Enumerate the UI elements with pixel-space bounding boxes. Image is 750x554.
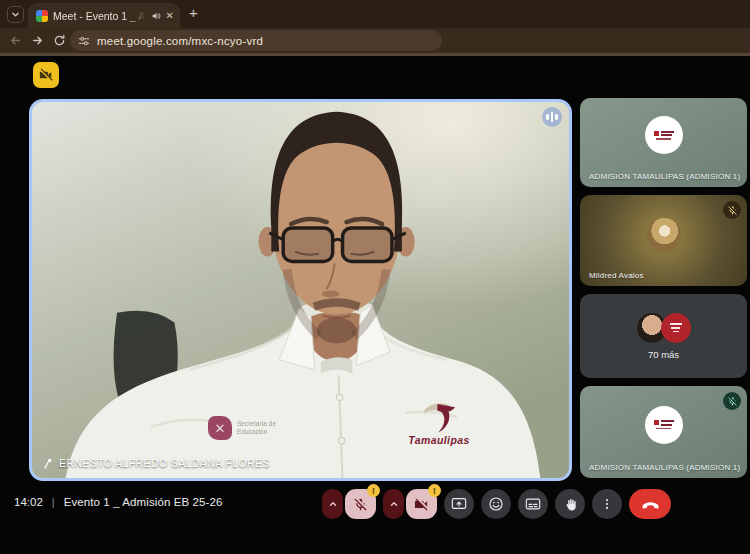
- camera-off-button[interactable]: !: [406, 489, 437, 519]
- chevron-up-icon: [328, 499, 338, 509]
- avatar: [647, 218, 681, 252]
- participant-label: Mildred Avalos: [589, 271, 644, 280]
- forward-button[interactable]: [31, 34, 44, 47]
- avatar: [645, 406, 683, 444]
- shirt-logo-left-text: Secretaría de Educación: [237, 420, 299, 436]
- mic-off-icon: [353, 497, 368, 512]
- avatar: [645, 116, 683, 154]
- pin-icon: [42, 458, 53, 469]
- raise-hand-button[interactable]: [555, 489, 585, 519]
- meet-favicon-icon: [36, 10, 48, 22]
- divider: |: [52, 496, 55, 508]
- more-vertical-icon: [600, 497, 614, 511]
- present-screen-icon: [451, 496, 467, 512]
- tamaulipas-t-icon: [421, 400, 457, 434]
- participant-tile-mildred[interactable]: Mildred Avalos: [580, 195, 747, 286]
- mic-mute-button[interactable]: !: [345, 489, 376, 519]
- audio-activity-indicator: [542, 107, 562, 127]
- url-text: meet.google.com/mxc-ncyo-vrd: [97, 35, 263, 47]
- reactions-button[interactable]: [481, 489, 511, 519]
- stacked-avatars: [637, 313, 691, 343]
- clock: 14:02: [14, 496, 43, 508]
- tune-icon: [78, 35, 90, 47]
- emoji-icon: [488, 496, 504, 512]
- present-screen-button[interactable]: [444, 489, 474, 519]
- meeting-title: Evento 1 _ Admisión EB 25-26: [64, 496, 223, 508]
- chrome-divider: [0, 53, 750, 56]
- captions-icon: [525, 496, 541, 512]
- url-bar[interactable]: meet.google.com/mxc-ncyo-vrd: [70, 30, 442, 51]
- chevron-down-icon: [11, 10, 20, 19]
- end-call-button[interactable]: [629, 489, 671, 519]
- more-options-button[interactable]: [592, 489, 622, 519]
- back-button[interactable]: [9, 34, 22, 47]
- call-controls: ! !: [322, 489, 671, 519]
- more-participants-label: 70 más: [648, 349, 679, 360]
- tab-close-button[interactable]: ✕: [166, 11, 174, 21]
- tab-title: Meet - Evento 1 _ Admisión: [53, 10, 146, 22]
- shirt-logo-tamaulipas: Tamaulipas: [384, 400, 494, 446]
- participant-tile-admision-2[interactable]: ADMISION TAMAULIPAS (ADMISION 1): [580, 386, 747, 478]
- participant-nametag: ERNESTO ALFREDO SALDANA FLORES: [42, 457, 270, 469]
- tab-search-button[interactable]: [7, 6, 24, 23]
- participant-label: ADMISION TAMAULIPAS (ADMISION 1): [589, 172, 740, 181]
- screen: Meet - Evento 1 _ Admisión ✕ + meet.goog…: [0, 0, 750, 554]
- tab-audio-icon[interactable]: [151, 11, 161, 21]
- mic-muted-indicator: [723, 392, 741, 410]
- mic-options-button[interactable]: [322, 489, 343, 519]
- participant-name: ERNESTO ALFREDO SALDANA FLORES: [59, 457, 270, 469]
- participant-tile-others[interactable]: 70 más: [580, 294, 747, 378]
- reload-button[interactable]: [53, 34, 66, 47]
- main-video-tile[interactable]: ✕ Secretaría de Educación Tamaulipas ERN…: [29, 99, 572, 481]
- camera-options-button[interactable]: [383, 489, 404, 519]
- mic-alert-badge: !: [367, 484, 380, 497]
- mic-muted-indicator: [723, 201, 741, 219]
- participant-label: ADMISION TAMAULIPAS (ADMISION 1): [589, 463, 740, 472]
- mic-control: !: [322, 489, 376, 519]
- participant-tile-admision-1[interactable]: ADMISION TAMAULIPAS (ADMISION 1): [580, 98, 747, 187]
- camera-alert-badge: !: [428, 484, 441, 497]
- end-call-icon: [641, 495, 660, 514]
- browser-toolbar: meet.google.com/mxc-ncyo-vrd: [0, 28, 750, 53]
- shirt-logo-right-text: Tamaulipas: [384, 434, 494, 446]
- camera-off-icon: [39, 68, 53, 82]
- browser-tab[interactable]: Meet - Evento 1 _ Admisión ✕: [28, 3, 180, 28]
- meeting-info: 14:02 | Evento 1 _ Admisión EB 25-26: [14, 496, 222, 508]
- new-tab-button[interactable]: +: [189, 4, 198, 21]
- mic-off-icon: [727, 396, 738, 407]
- shirt-logo-secretaria: ✕ Secretaría de Educación: [208, 416, 299, 440]
- camera-off-icon: [414, 497, 429, 512]
- secretaria-emblem-icon: ✕: [208, 416, 232, 440]
- browser-tab-strip: Meet - Evento 1 _ Admisión ✕ +: [0, 0, 750, 28]
- chevron-up-icon: [389, 499, 399, 509]
- mic-off-icon: [727, 205, 738, 216]
- captions-button[interactable]: [518, 489, 548, 519]
- avatar-logo: [661, 313, 691, 343]
- participants-sidebar: ADMISION TAMAULIPAS (ADMISION 1) Mildred…: [580, 98, 747, 478]
- camera-blocked-badge[interactable]: [33, 62, 59, 88]
- camera-control: !: [383, 489, 437, 519]
- raise-hand-icon: [563, 497, 578, 512]
